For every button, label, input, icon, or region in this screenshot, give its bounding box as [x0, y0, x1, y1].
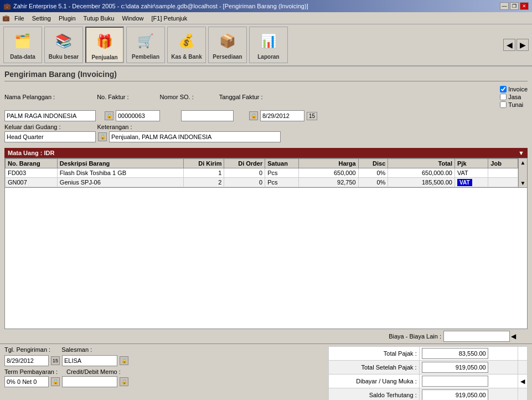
cell-di-kirim: 2	[183, 178, 224, 187]
cell-satuan: Pcs	[265, 178, 299, 187]
cell-job	[488, 168, 518, 178]
dibayar-arrow[interactable]: ◀	[518, 375, 528, 388]
customer-label: Nama Pelanggan :	[4, 94, 55, 100]
nav-prev-button[interactable]: ◀	[503, 39, 515, 51]
toolbar-persediaan[interactable]: 📦 Persediaan	[208, 27, 247, 63]
dibayar-label: Dibayar / Uang Muka :	[329, 375, 420, 388]
data-data-label: Data-data	[10, 54, 35, 60]
col-total: Total	[388, 159, 455, 168]
penjualan-label: Penjualan	[91, 54, 117, 60]
app-small-icon: 💼	[2, 14, 10, 22]
cell-deskripsi: Flash Disk Toshiba 1 GB	[57, 168, 183, 178]
invoice-option[interactable]: Invoice	[500, 86, 528, 93]
toolbar-laporan[interactable]: 📊 Laporan	[249, 27, 288, 63]
form-section: Pengiriman Barang (Invoicing) Nama Pelan…	[0, 66, 532, 148]
cell-job	[488, 178, 518, 187]
persediaan-icon: 📦	[216, 29, 239, 53]
toolbar-data-data[interactable]: 🗂️ Data-data	[3, 27, 42, 63]
pjk-cell: VAT	[455, 178, 488, 187]
credit-icon[interactable]: 🔒	[120, 377, 128, 386]
col-no-barang: No. Barang	[6, 159, 58, 168]
salesman-icon[interactable]: 🔒	[120, 356, 128, 365]
toolbar: 🗂️ Data-data 📚 Buku besar 🎁 Penjualan 🛒 …	[0, 24, 532, 66]
customer-input[interactable]	[4, 110, 96, 121]
keterangan-label: Keterangan :	[97, 124, 132, 130]
warehouse-icon[interactable]: 🔒	[98, 132, 107, 141]
credit-label: Credit/Debit Memo :	[66, 368, 121, 375]
term-label: Term Pembayaran :	[4, 368, 58, 375]
close-button[interactable]: ✕	[520, 2, 529, 10]
buku-besar-icon: 📚	[52, 29, 75, 53]
table-scrollbar[interactable]: ▲ ▼	[518, 158, 527, 187]
nav-next-button[interactable]: ▶	[516, 39, 529, 51]
cell-satuan: Pcs	[265, 168, 299, 178]
biaya-label: Biaya - Biaya Lain :	[389, 333, 441, 340]
table-row[interactable]: GN007 Genius SPJ-06 2 0 Pcs 92,750 0% 18…	[6, 178, 518, 187]
invoice-label: No. Faktur :	[97, 94, 128, 100]
invoice-icon[interactable]: 🔒	[105, 111, 113, 120]
col-di-order: Di Order	[224, 159, 265, 168]
kas-bank-label: Kas & Bank	[171, 54, 202, 60]
menu-window[interactable]: Window	[118, 14, 147, 23]
minimize-button[interactable]: —	[500, 2, 509, 10]
scroll-up[interactable]: ▲	[520, 160, 526, 166]
calendar-button[interactable]: 15	[307, 112, 317, 120]
collapse-icon[interactable]: ▼	[518, 150, 524, 156]
jasa-option[interactable]: Jasa	[500, 94, 528, 100]
laporan-label: Laporan	[257, 54, 279, 60]
menu-petunjuk[interactable]: [F1] Petunjuk	[148, 14, 191, 23]
tgl-calendar-icon[interactable]: 15	[51, 356, 60, 365]
menu-bar: 💼 File Setting Plugin Tutup Buku Window …	[0, 12, 532, 24]
cell-total: 650,000.00	[388, 168, 455, 178]
cell-di-kirim: 1	[183, 168, 224, 178]
laporan-icon: 📊	[257, 29, 280, 53]
keterangan-input[interactable]	[109, 131, 281, 142]
invoice-checkbox[interactable]	[500, 86, 507, 93]
date-input[interactable]	[260, 110, 304, 121]
tgl-pengiriman-input[interactable]	[4, 355, 49, 366]
table-row[interactable]: FD003 Flash Disk Toshiba 1 GB 1 0 Pcs 65…	[6, 168, 518, 178]
menu-file[interactable]: File	[11, 14, 28, 23]
menu-tutup-buku[interactable]: Tutup Buku	[80, 14, 118, 23]
so-label: Nomor SO. :	[160, 94, 194, 100]
tunai-option[interactable]: Tunai	[500, 101, 528, 108]
biaya-arrow[interactable]: ◀	[511, 332, 519, 340]
menu-plugin[interactable]: Plugin	[55, 14, 79, 23]
cell-disc: 0%	[358, 178, 388, 187]
so-input[interactable]	[181, 110, 234, 121]
term-input[interactable]	[4, 376, 49, 387]
toolbar-pembelian[interactable]: 🛒 Pembelian	[126, 27, 165, 63]
total-pajak-input[interactable]	[422, 348, 488, 359]
cell-total: 185,500.00	[388, 178, 455, 187]
page-title: Pengiriman Barang (Invoicing)	[4, 70, 528, 81]
cell-no-barang: GN007	[6, 178, 58, 187]
biaya-input[interactable]	[443, 331, 510, 342]
invoice-input[interactable]	[116, 110, 160, 121]
toolbar-kas-bank[interactable]: 💰 Kas & Bank	[167, 27, 206, 63]
col-harga: Harga	[299, 159, 358, 168]
scroll-down[interactable]: ▼	[520, 180, 526, 186]
term-icon[interactable]: 🔒	[51, 377, 60, 386]
buku-besar-label: Buku besar	[49, 54, 79, 60]
toolbar-buku-besar[interactable]: 📚 Buku besar	[44, 27, 83, 63]
date-icon[interactable]: 🔒	[249, 111, 258, 120]
saldo-input[interactable]	[422, 389, 488, 400]
dibayar-input[interactable]	[422, 376, 488, 387]
menu-setting[interactable]: Setting	[29, 14, 54, 23]
total-pajak-label: Total Pajak :	[329, 347, 420, 361]
salesman-input[interactable]	[62, 355, 117, 366]
bottom-section: Tgl. Pengiriman : Salesman : 15 🔒 Term P…	[0, 343, 532, 400]
cell-no-barang: FD003	[6, 168, 58, 178]
restore-button[interactable]: ❐	[510, 2, 519, 10]
credit-input[interactable]	[62, 376, 117, 387]
toolbar-penjualan[interactable]: 🎁 Penjualan	[85, 27, 124, 63]
total-setelah-input[interactable]	[422, 362, 488, 373]
cell-harga: 92,750	[299, 178, 358, 187]
penjualan-icon: 🎁	[93, 30, 116, 53]
tunai-checkbox[interactable]	[500, 101, 507, 108]
jasa-checkbox[interactable]	[500, 94, 507, 100]
items-table-wrapper: No. Barang Deskripsi Barang Di Kirim Di …	[4, 158, 528, 188]
data-data-icon: 🗂️	[11, 29, 34, 53]
cell-deskripsi: Genius SPJ-06	[57, 178, 183, 187]
warehouse-input[interactable]	[4, 131, 96, 142]
